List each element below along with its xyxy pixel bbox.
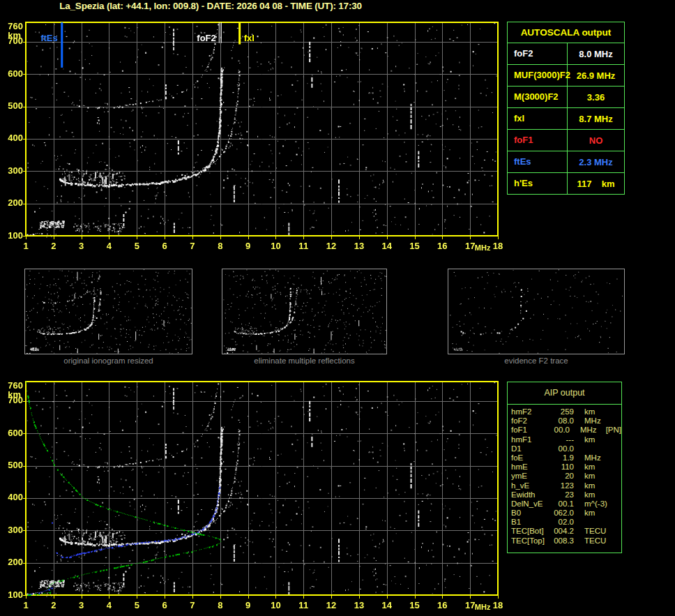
table-row: M(3000)F23.36 [508,87,624,108]
list-item: ymE20km [511,472,621,481]
list-item: foF100.0MHz[PN] [511,426,621,435]
aip-output-table: AIP output hmF2259km foF208.0MHz foF100.… [507,382,622,553]
list-item: TEC[Bot]004.2TECU [511,527,621,536]
list-item: Ewidth23km [511,490,621,499]
thumbnail-caption: evidence F2 trace [448,356,625,366]
station-title: La_Spezia (lat: +44.1, lon: 009.8) - DAT… [50,1,371,11]
thumbnail-evidence-f2-trace [448,269,625,354]
aip-table-rows: hmF2259km foF208.0MHz foF100.0MHz[PN] hm… [508,405,621,546]
table-row: ftEs2.3 MHz [508,151,624,173]
list-item: DelN_vE00.1m^(-3) [511,499,621,509]
autoscala-window: La_Spezia (lat: +44.1, lon: 009.8) - DAT… [0,0,675,616]
table-row: fxI8.7 MHz [508,108,624,130]
table-row: MUF(3000)F226.9 MHz [508,65,624,87]
aip-table-header: AIP output [508,382,621,405]
thumbnail-caption: eliminate multiple reflections [222,356,387,366]
list-item: hmF1---km [511,435,621,444]
profile-plot-canvas [0,372,510,616]
ionogram-plot-canvas [0,13,510,258]
list-item: TEC[Top]008.3TECU [511,536,621,546]
list-item: hmE110km [511,463,621,472]
thumbnail-caption: original ionogram resized [24,356,192,366]
list-item: B0062.0km [511,509,621,518]
list-item: B102.0 [511,518,621,527]
thumbnail-eliminate-reflections [222,269,387,354]
thumbnail-original-ionogram [24,269,192,354]
list-item: hmF2259km [511,407,621,416]
autoscala-table-header: AUTOSCALA output [508,22,624,43]
autoscala-output-table: AUTOSCALA output foF28.0 MHz MUF(3000)F2… [507,22,625,195]
list-item: foE1.9MHz [511,453,621,463]
list-item: h_vE123km [511,481,621,490]
table-row: foF28.0 MHz [508,43,624,65]
table-row: foF1NO [508,130,624,151]
list-item: D100.0 [511,444,621,453]
list-item: foF208.0MHz [511,416,621,426]
table-row: h'Es117 km [508,173,624,194]
